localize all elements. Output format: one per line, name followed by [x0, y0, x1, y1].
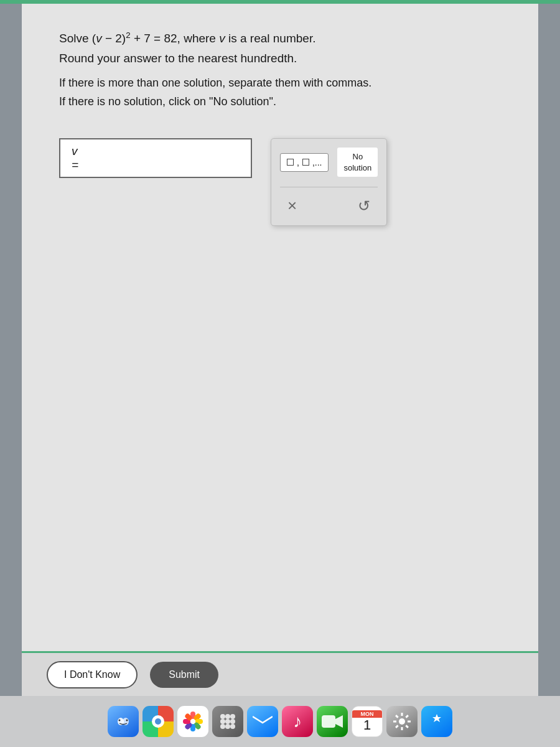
- answer-label: v =: [72, 144, 86, 172]
- dock-settings[interactable]: [386, 706, 418, 737]
- calendar-content: MON 1: [352, 710, 382, 733]
- music-note-icon: ♪: [293, 712, 302, 731]
- undo-icon: ↺: [358, 197, 370, 214]
- dock-music[interactable]: ♪: [282, 706, 313, 737]
- svg-point-3: [119, 720, 121, 721]
- svg-point-14: [225, 714, 230, 719]
- launchpad-icon: [218, 712, 238, 731]
- mail-icon: [253, 714, 273, 729]
- browser-inner: [155, 718, 161, 725]
- x-icon: ×: [287, 196, 297, 215]
- dock-facetime[interactable]: [317, 706, 348, 737]
- instructions-text: If there is more than one solution, sepa…: [59, 74, 507, 111]
- photos-icon: [182, 710, 204, 733]
- dont-know-button[interactable]: I Don't Know: [47, 661, 138, 688]
- dock-finder[interactable]: [108, 706, 139, 737]
- ellipsis-icon: ,...: [312, 157, 322, 167]
- svg-point-13: [220, 714, 225, 719]
- browser-center: [152, 715, 164, 728]
- svg-point-16: [220, 719, 225, 724]
- undo-button[interactable]: ↺: [350, 196, 378, 216]
- calendar-day: 1: [363, 718, 371, 733]
- settings-icon: [392, 712, 412, 731]
- dock-launchpad[interactable]: [212, 706, 243, 737]
- problem-text: Solve (v − 2)2 + 7 = 82, where v is a re…: [59, 29, 507, 68]
- clear-button[interactable]: ×: [280, 195, 304, 217]
- bottom-actions: I Don't Know Submit: [22, 651, 538, 696]
- small-square-2: [302, 159, 309, 166]
- svg-point-4: [126, 720, 128, 721]
- finder-icon: [113, 711, 134, 732]
- page-wrapper: Solve (v − 2)2 + 7 = 82, where v is a re…: [0, 0, 560, 747]
- svg-point-17: [225, 719, 230, 724]
- facetime-icon: [322, 713, 343, 730]
- appstore-icon: [427, 712, 446, 731]
- popup-top-row: , ,... No solution: [280, 148, 378, 177]
- popup-bottom-row: × ↺: [280, 187, 378, 217]
- dock-appstore[interactable]: [421, 706, 452, 737]
- instruction-line1: If there is more than one solution, sepa…: [59, 74, 507, 93]
- answer-input-box: v =: [59, 138, 252, 178]
- macos-dock: ♪ MON 1: [0, 696, 560, 747]
- problem-line2: Round your answer to the nearest hundred…: [59, 49, 507, 68]
- no-solution-line2: solution: [343, 163, 371, 172]
- small-square-1: [287, 159, 294, 166]
- dock-mail[interactable]: [247, 706, 278, 737]
- svg-marker-24: [335, 715, 343, 728]
- svg-point-19: [220, 724, 225, 729]
- window-content: Solve (v − 2)2 + 7 = 82, where v is a re…: [22, 4, 538, 696]
- popup-panel: , ,... No solution ×: [271, 138, 387, 226]
- dock-calendar[interactable]: MON 1: [352, 706, 383, 737]
- app-window: Solve (v − 2)2 + 7 = 82, where v is a re…: [22, 4, 538, 696]
- svg-rect-22: [253, 714, 273, 729]
- svg-point-25: [399, 718, 405, 725]
- submit-button[interactable]: Submit: [150, 662, 218, 688]
- answer-input[interactable]: [92, 152, 240, 165]
- svg-rect-23: [322, 715, 335, 728]
- number-format-button[interactable]: , ,...: [280, 153, 329, 172]
- dock-photos[interactable]: [177, 706, 208, 737]
- svg-point-18: [230, 719, 235, 724]
- no-solution-line1: No: [353, 152, 363, 161]
- problem-line1: Solve (v − 2)2 + 7 = 82, where v is a re…: [59, 29, 507, 49]
- svg-point-15: [230, 714, 235, 719]
- comma-icon: ,: [297, 157, 299, 167]
- answer-area: v = , ,... No: [59, 138, 507, 226]
- instruction-line2: If there is no solution, click on "No so…: [59, 93, 507, 111]
- no-solution-button[interactable]: No solution: [337, 148, 378, 177]
- svg-point-21: [230, 724, 235, 729]
- dock-browser[interactable]: [142, 706, 174, 737]
- svg-point-20: [225, 724, 230, 729]
